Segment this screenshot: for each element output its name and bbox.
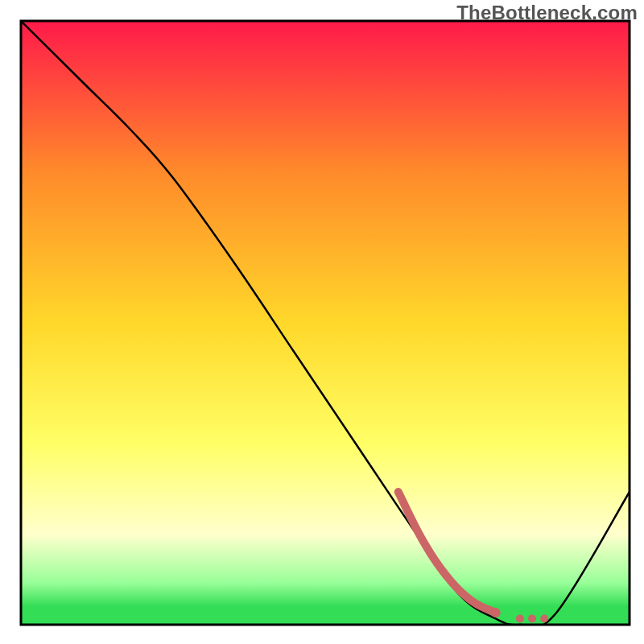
secondary-curve-dot [491, 608, 501, 617]
secondary-curve-dot [540, 615, 548, 623]
secondary-curve-dot [528, 615, 536, 623]
watermark-text: TheBottleneck.com [456, 2, 638, 24]
chart-svg [0, 0, 644, 644]
chart-stage: TheBottleneck.com [0, 0, 644, 644]
secondary-curve-dot [516, 615, 524, 623]
